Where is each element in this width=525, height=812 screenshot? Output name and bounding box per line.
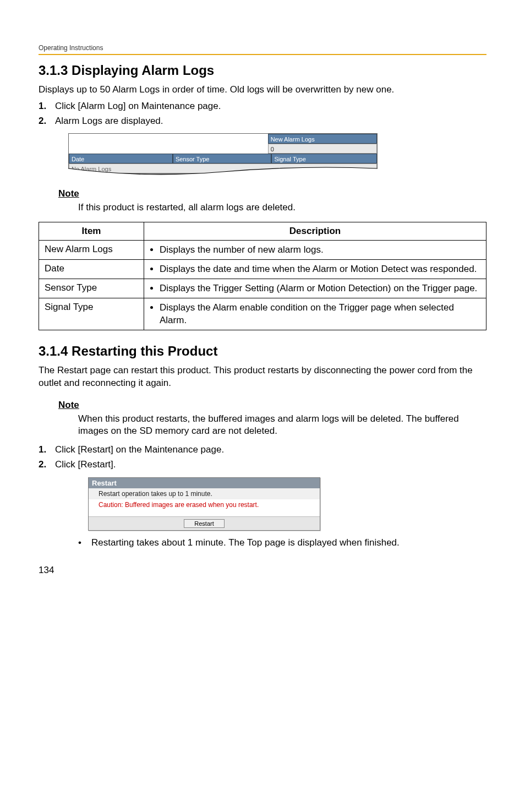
list-item: 2.Click [Restart].	[39, 458, 486, 472]
table-desc-text: Displays the date and time when the Alar…	[160, 263, 480, 275]
table-desc-text: Displays the Trigger Setting (Alarm or M…	[160, 282, 480, 295]
running-header: Operating Instructions	[39, 44, 486, 55]
restart-dialog-screenshot: Restart Restart operation takes up to 1 …	[88, 477, 320, 531]
table-desc-text: Displays the number of new alarm logs.	[160, 244, 480, 256]
table-cell-item: Sensor Type	[39, 279, 144, 298]
table-cell-item: New Alarm Logs	[39, 241, 144, 260]
table-row: Sensor Type Displays the Trigger Setting…	[39, 279, 486, 298]
restart-button[interactable]: Restart	[184, 519, 224, 528]
table-cell-item: Date	[39, 260, 144, 279]
restart-dialog-button-row: Restart	[89, 516, 320, 530]
table-desc-text: Displays the Alarm enable condition on t…	[160, 302, 480, 326]
restart-dialog-caution: Caution: Buffered images are erased when…	[89, 499, 320, 516]
step-text: Click [Alarm Log] on Maintenance page.	[55, 100, 221, 113]
table-row: Date Displays the date and time when the…	[39, 260, 486, 279]
section-314-title: 3.1.4 Restarting this Product	[39, 344, 486, 359]
date-header: Date	[69, 154, 173, 164]
note-body-314: When this product restarts, the buffered…	[78, 413, 486, 438]
alarm-log-definition-table: Item Description New Alarm Logs Displays…	[39, 222, 486, 330]
step-number: 1.	[39, 100, 55, 113]
restart-dialog-message: Restart operation takes up to 1 minute.	[89, 488, 320, 499]
page-number: 134	[39, 565, 486, 576]
table-header-row: Item Description	[39, 222, 486, 241]
table-row: New Alarm Logs Displays the number of ne…	[39, 241, 486, 260]
step-text: Alarm Logs are displayed.	[55, 115, 163, 128]
list-item: 1.Click [Alarm Log] on Maintenance page.	[39, 100, 486, 113]
new-alarm-logs-header: New Alarm Logs	[268, 134, 377, 144]
bullet-dot: •	[78, 537, 91, 548]
list-item: 1.Click [Restart] on the Maintenance pag…	[39, 443, 486, 457]
section-313-title: 3.1.3 Displaying Alarm Logs	[39, 63, 486, 78]
restart-dialog-title: Restart	[89, 478, 320, 488]
step-number: 2.	[39, 115, 55, 128]
signal-type-header: Signal Type	[271, 154, 377, 164]
step-number: 1.	[39, 443, 55, 457]
table-cell-desc: Displays the number of new alarm logs.	[144, 241, 486, 260]
step-number: 2.	[39, 458, 55, 472]
step-text: Click [Restart] on the Maintenance page.	[55, 443, 224, 457]
torn-edge-decoration	[68, 174, 378, 178]
list-item: 2.Alarm Logs are displayed.	[39, 115, 486, 128]
note-body-313: If this product is restarted, all alarm …	[78, 201, 486, 214]
section-314-intro: The Restart page can restart this produc…	[39, 364, 486, 390]
table-row: Signal Type Displays the Alarm enable co…	[39, 298, 486, 330]
section-313-steps: 1.Click [Alarm Log] on Maintenance page.…	[39, 100, 486, 128]
table-header-description: Description	[144, 222, 486, 241]
step-text: Click [Restart].	[55, 458, 116, 472]
note-heading-314: Note	[58, 400, 486, 411]
table-header-item: Item	[39, 222, 144, 241]
note-heading-313: Note	[58, 188, 486, 199]
new-alarm-logs-value: 0	[268, 144, 377, 154]
section-314-steps: 1.Click [Restart] on the Maintenance pag…	[39, 443, 486, 471]
table-cell-desc: Displays the Trigger Setting (Alarm or M…	[144, 279, 486, 298]
bullet-text: Restarting takes about 1 minute. The Top…	[91, 537, 400, 548]
after-restart-bullet: • Restarting takes about 1 minute. The T…	[78, 537, 486, 548]
section-313-intro: Displays up to 50 Alarm Logs in order of…	[39, 84, 486, 96]
table-cell-item: Signal Type	[39, 298, 144, 330]
table-cell-desc: Displays the Alarm enable condition on t…	[144, 298, 486, 330]
sensor-type-header: Sensor Type	[173, 154, 272, 164]
table-cell-desc: Displays the date and time when the Alar…	[144, 260, 486, 279]
